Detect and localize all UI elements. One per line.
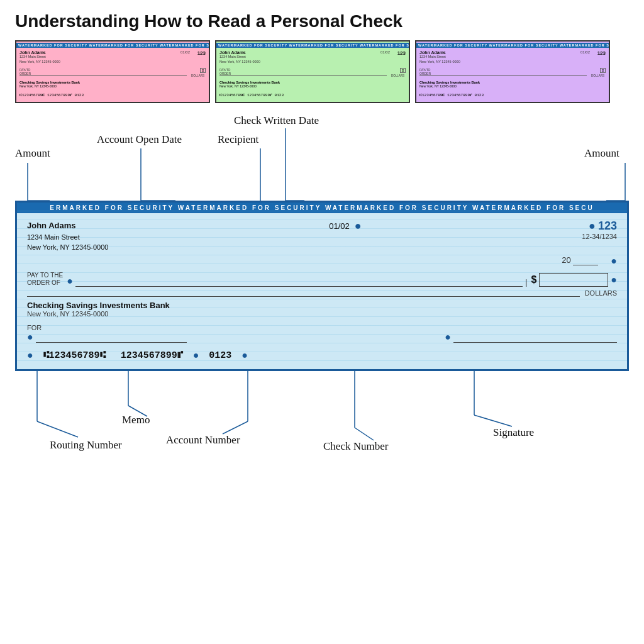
svg-line-16	[355, 428, 374, 440]
sig-area: ●	[187, 331, 617, 343]
account-number-label: Account Number	[166, 434, 240, 447]
dollar-area: $ ●	[531, 273, 617, 287]
small-check-purple: WATERMARKED FOR SECURITY WATERMARKED FOR…	[415, 40, 610, 103]
check-row1: John Adams 1234 Main Street New York, NY…	[27, 219, 617, 253]
for-line-area: ●	[27, 331, 187, 343]
check-name: John Adams	[27, 219, 108, 232]
small-check-green: WATERMARKED FOR SECURITY WATERMARKED FOR…	[215, 40, 410, 103]
check-number: 123	[598, 219, 617, 233]
check-name-address: John Adams 1234 Main Street New York, NY…	[27, 219, 108, 253]
check-watermark-bar: ERMARKED FOR SECURITY WATERMARKED FOR SE…	[17, 203, 627, 213]
check-date-area: 01/02 ●	[329, 219, 361, 233]
dollar-sign: $	[531, 274, 536, 286]
svg-line-18	[474, 415, 512, 426]
annotation-lines-svg	[15, 109, 629, 201]
check-date-value: 01/02	[329, 221, 350, 231]
top-annotation-area: Amount Account Open Date Check Written D…	[15, 109, 629, 201]
amount-left-label: Amount	[15, 147, 50, 160]
date-line-row: 20 ●	[27, 255, 617, 267]
payto-line-area: ● |	[67, 274, 527, 287]
small-check-watermark-2: WATERMARKED FOR SECURITY WATERMARKED FOR…	[216, 43, 409, 48]
bank-name: Checking Savings Investments Bank	[27, 301, 617, 310]
page-title: Understanding How to Read a Personal Che…	[15, 11, 629, 31]
dollars-label: DOLLARS	[585, 289, 617, 297]
check-address2: New York, NY 12345-0000	[27, 242, 108, 253]
check-number-area: ● 123 12-34/1234	[582, 219, 617, 240]
for-line	[36, 342, 187, 343]
account-open-date-label: Account Open Date	[97, 133, 182, 146]
dollar-box	[539, 273, 608, 287]
micr-routing: ⑆123456789⑆	[43, 350, 106, 361]
small-check-watermark-3: WATERMARKED FOR SECURITY WATERMARKED FOR…	[416, 43, 609, 48]
pay-to-line	[75, 274, 523, 287]
dollars-row: DOLLARS	[27, 289, 617, 297]
bottom-annotation-area: Routing Number Memo Account Number Check…	[15, 371, 629, 478]
for-sig-row: FOR ● ●	[27, 324, 617, 343]
micr-check: 0123	[209, 350, 231, 361]
year-label: 20	[562, 255, 570, 265]
micr-row: ● ⑆123456789⑆ 1234567899⑈ ● 0123 ●	[27, 350, 617, 362]
check-inner: John Adams 1234 Main Street New York, NY…	[17, 213, 627, 369]
payto-row: PAY TO THEORDER OF ● | $ ●	[27, 272, 617, 287]
routing-fraction: 12-34/1234	[582, 233, 617, 240]
main-check: ERMARKED FOR SECURITY WATERMARKED FOR SE…	[15, 201, 629, 371]
svg-line-14	[223, 421, 248, 434]
sig-line	[453, 342, 617, 343]
for-area: FOR ●	[27, 324, 187, 343]
routing-number-label: Routing Number	[50, 439, 122, 452]
bottom-annotation-svg	[15, 371, 629, 478]
micr-account: 1234567899⑈	[121, 350, 183, 361]
bank-row: Checking Savings Investments Bank New Yo…	[27, 301, 617, 318]
small-checks-row: WATERMARKED FOR SECURITY WATERMARKED FOR…	[15, 40, 629, 103]
small-check-pink: WATERMARKED FOR SECURITY WATERMARKED FOR…	[15, 40, 210, 103]
recipient-label: Recipient	[218, 133, 258, 146]
sig-line-area: ●	[445, 331, 617, 343]
amount-right-label: Amount	[584, 147, 619, 160]
for-label: FOR	[27, 324, 187, 331]
small-check-watermark-1: WATERMARKED FOR SECURITY WATERMARKED FOR…	[16, 43, 209, 48]
signature-label: Signature	[493, 426, 534, 439]
bank-address: New York, NY 12345-0000	[27, 310, 617, 318]
svg-line-10	[37, 421, 78, 437]
main-check-wrapper: ERMARKED FOR SECURITY WATERMARKED FOR SE…	[15, 201, 629, 371]
check-written-date-label: Check Written Date	[234, 114, 319, 127]
memo-label: Memo	[122, 414, 150, 426]
check-number-label: Check Number	[323, 440, 388, 453]
pay-to-label: PAY TO THEORDER OF	[27, 272, 63, 287]
check-address1: 1234 Main Street	[27, 232, 108, 243]
